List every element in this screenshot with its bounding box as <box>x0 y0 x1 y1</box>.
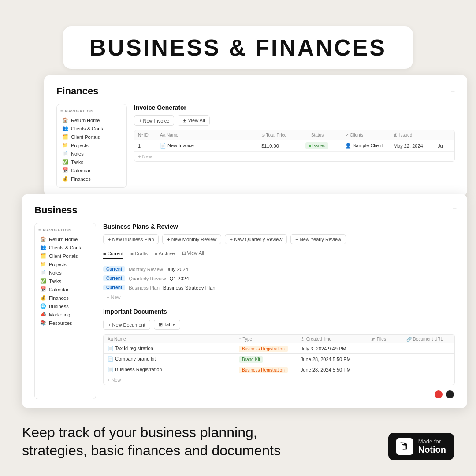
tab-archive[interactable]: ≡ Archive <box>155 249 175 259</box>
plan-type: Business Plan <box>129 285 160 290</box>
cell-id: 1 <box>138 143 160 149</box>
sidebar-item-label: Clients & Conta... <box>71 126 109 131</box>
biz-sidebar-marketing[interactable]: 📣 Marketing <box>38 310 92 319</box>
docs-header-type: ≡ Type <box>239 337 301 342</box>
doc-created: June 28, 2024 5:50 PM <box>301 367 371 372</box>
sidebar-item-return-home[interactable]: 🏠 Return Home <box>60 116 123 124</box>
sidebar-item-label: Business <box>49 304 69 309</box>
footer-text: Keep track of your business planning, st… <box>22 424 281 460</box>
biz-section-title: Business Plans & Review <box>103 223 455 230</box>
tab-drafts[interactable]: ≡ Drafts <box>130 249 148 259</box>
plan-title: Q1 2024 <box>169 276 189 281</box>
minimize-finance-btn[interactable]: − <box>451 87 455 95</box>
sidebar-item-notes[interactable]: 📄 Notes <box>60 149 123 158</box>
hero-title-box: BUSINESS & FINANCES <box>63 26 413 69</box>
business-card: Business − ≡ NAVIGATION 🏠 Return Home 👥 … <box>22 194 467 408</box>
new-business-plan-button[interactable]: + New Business Plan <box>103 234 159 244</box>
plan-row-monthly[interactable]: Current Monthly Review July 2024 <box>103 264 455 274</box>
sidebar-item-calendar[interactable]: 📅 Calendar <box>60 166 123 175</box>
new-monthly-review-button[interactable]: + New Monthly Review <box>162 234 221 244</box>
notes-icon: 📄 <box>62 151 68 156</box>
business-page-title: Business <box>34 205 455 216</box>
type-badge: Business Registration <box>239 346 288 352</box>
add-plan-row[interactable]: + New <box>103 292 455 302</box>
plan-badge-current: Current <box>103 266 125 272</box>
cell-name: 📄 New Invoice <box>160 143 261 149</box>
footer: Keep track of your business planning, st… <box>22 424 454 460</box>
tab-view-all[interactable]: ⊞ View All <box>182 249 204 259</box>
docs-header-created: ⏱ Created time <box>301 337 371 342</box>
biz-sidebar-resources[interactable]: 📚 Resources <box>38 319 92 327</box>
sidebar-item-label: Finances <box>71 176 91 182</box>
header-id: Nº ID <box>138 133 160 138</box>
doc-type: Business Registration <box>239 346 301 351</box>
view-all-button[interactable]: ⊞ View All <box>178 115 209 126</box>
biz-sidebar-clients[interactable]: 👥 Clients & Conta... <box>38 243 92 252</box>
add-doc-row[interactable]: + New <box>104 375 454 385</box>
portals-icon: 🗂️ <box>40 253 46 259</box>
important-docs-section: Important Documents + New Document ⊞ Tab… <box>103 308 455 385</box>
calendar-icon: 📅 <box>40 286 46 292</box>
resources-icon: 📚 <box>40 320 46 326</box>
doc-type: Business Registration <box>239 367 301 372</box>
sidebar-item-projects[interactable]: 📁 Projects <box>60 141 123 149</box>
biz-sidebar-projects[interactable]: 📁 Projects <box>38 260 92 268</box>
plan-type: Quarterly Review <box>129 276 166 281</box>
header-price: ⊙ Total Price <box>261 133 305 138</box>
biz-sidebar-calendar[interactable]: 📅 Calendar <box>38 285 92 294</box>
sidebar-item-label: Clients & Conta... <box>49 245 87 250</box>
finance-main: Invoice Generator + New Invoice ⊞ View A… <box>134 104 455 188</box>
doc-row[interactable]: 📄 Company brand kit Brand Kit June 28, 2… <box>104 354 454 364</box>
docs-header-url: 🔗 Document URL <box>406 337 450 342</box>
doc-created: July 3, 2024 9:49 PM <box>301 346 371 351</box>
doc-row[interactable]: 📄 Business Registration Business Registr… <box>104 364 454 375</box>
header-clients: ↗ Clients <box>345 133 394 138</box>
projects-icon: 📁 <box>62 142 68 148</box>
invoice-table: Nº ID Aa Name ⊙ Total Price ⋯ Status ↗ C… <box>134 130 455 162</box>
minimize-business-btn[interactable]: − <box>453 205 457 212</box>
doc-name: 📄 Business Registration <box>108 367 239 372</box>
biz-sidebar-tasks[interactable]: ✅ Tasks <box>38 277 92 285</box>
plan-row-quarterly[interactable]: Current Quarterly Review Q1 2024 <box>103 274 455 283</box>
header-name: Aa Name <box>160 133 261 138</box>
notion-text: Made for Notion <box>418 438 446 455</box>
hero-title: BUSINESS & FINANCES <box>89 34 387 61</box>
doc-row[interactable]: 📄 Tax Id registration Business Registrat… <box>104 343 454 354</box>
avatar-red <box>434 390 443 399</box>
biz-plans-toolbar: + New Business Plan + New Monthly Review… <box>103 234 455 244</box>
notion-logo <box>396 438 413 455</box>
docs-table-label: ⊞ Table <box>154 320 180 330</box>
biz-sidebar-notes[interactable]: 📄 Notes <box>38 268 92 277</box>
docs-table: Aa Name ≡ Type ⏱ Created time 🖇 Files 🔗 … <box>103 334 455 385</box>
sidebar-item-finances[interactable]: 💰 Finances <box>60 175 123 183</box>
biz-nav-label: ≡ NAVIGATION <box>38 228 92 232</box>
home-icon: 🏠 <box>40 236 46 242</box>
new-yearly-review-button[interactable]: + New Yearly Review <box>290 234 346 244</box>
sidebar-item-portals[interactable]: 🗂️ Client Portals <box>60 133 123 141</box>
biz-sidebar-portals[interactable]: 🗂️ Client Portals <box>38 252 92 260</box>
cell-extra: Ju <box>438 143 451 149</box>
header-issued: 🗓 Issued <box>394 133 438 138</box>
add-invoice-row[interactable]: + New <box>134 152 454 161</box>
plans-tabs: ≡ Current ≡ Drafts ≡ Archive ⊞ View All <box>103 249 455 259</box>
biz-sidebar-business[interactable]: 🌐 Business <box>38 302 92 310</box>
biz-sidebar-finances[interactable]: 💰 Finances <box>38 294 92 302</box>
status-badge: Issued <box>305 142 328 149</box>
calendar-icon: 📅 <box>62 167 68 173</box>
new-document-button[interactable]: + New Document <box>103 320 150 330</box>
sidebar-item-label: Marketing <box>49 312 70 317</box>
sidebar-item-label: Notes <box>71 151 84 156</box>
sidebar-item-tasks[interactable]: ✅ Tasks <box>60 158 123 166</box>
sidebar-item-clients[interactable]: 👥 Clients & Conta... <box>60 124 123 133</box>
plan-row-strategy[interactable]: Current Business Plan Business Strategy … <box>103 283 455 292</box>
tab-current[interactable]: ≡ Current <box>103 249 123 259</box>
sidebar-item-label: Client Portals <box>49 253 78 259</box>
status-dot <box>309 145 311 147</box>
table-row[interactable]: 1 📄 New Invoice $110.00 Issued 👤 Sample … <box>134 140 454 152</box>
finances-icon: 💰 <box>62 176 68 182</box>
biz-sidebar-return-home[interactable]: 🏠 Return Home <box>38 235 92 243</box>
new-quarterly-review-button[interactable]: + New Quarterly Review <box>225 234 287 244</box>
new-invoice-button[interactable]: + New Invoice <box>134 115 174 126</box>
plan-type: Monthly Review <box>129 267 163 272</box>
clients-icon: 👥 <box>40 245 46 250</box>
